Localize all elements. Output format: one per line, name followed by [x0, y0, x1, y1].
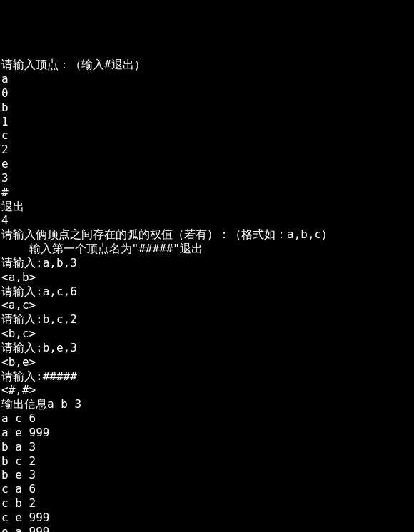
terminal-output: 请输入顶点：（输入#退出）a0b1c2e3#退出4请输入俩顶点之间存在的弧的权值…: [1, 58, 414, 532]
output-line: 1: [1, 115, 414, 129]
output-line: b c 2: [1, 454, 414, 469]
output-line: #: [1, 185, 414, 200]
output-line: e a 999: [1, 525, 414, 532]
output-line: 请输入:a,b,3: [1, 256, 414, 270]
output-line: b: [1, 101, 414, 115]
output-line: 请输入:b,e,3: [1, 341, 414, 355]
output-line: <b,e>: [1, 355, 414, 369]
output-line: b e 3: [1, 468, 414, 482]
output-line: <a,b>: [1, 270, 414, 285]
output-line: 退出: [1, 200, 414, 214]
output-line: 输入第一个顶点名为"#####"退出: [1, 242, 414, 256]
output-line: 0: [1, 86, 414, 101]
output-line: c a 6: [1, 482, 414, 496]
output-line: 3: [1, 171, 414, 185]
output-line: e: [1, 157, 414, 171]
output-line: 请输入顶点：（输入#退出）: [1, 58, 414, 72]
output-line: b a 3: [1, 440, 414, 454]
output-line: 4: [1, 213, 414, 227]
output-line: a c 6: [1, 411, 414, 426]
output-line: 请输入:a,c,6: [1, 285, 414, 299]
output-line: 2: [1, 143, 414, 157]
output-line: a e 999: [1, 426, 414, 440]
output-line: c: [1, 128, 414, 143]
output-line: c b 2: [1, 496, 414, 511]
output-line: a: [1, 72, 414, 86]
output-line: <#,#>: [1, 383, 414, 397]
output-line: 请输入俩顶点之间存在的弧的权值（若有）：（格式如：a,b,c）: [1, 227, 414, 242]
output-line: 输出信息a b 3: [1, 397, 414, 411]
output-line: 请输入:b,c,2: [1, 312, 414, 327]
output-line: <b,c>: [1, 327, 414, 341]
output-line: <a,c>: [1, 298, 414, 312]
output-line: 请输入:#####: [1, 369, 414, 384]
output-line: c e 999: [1, 511, 414, 525]
